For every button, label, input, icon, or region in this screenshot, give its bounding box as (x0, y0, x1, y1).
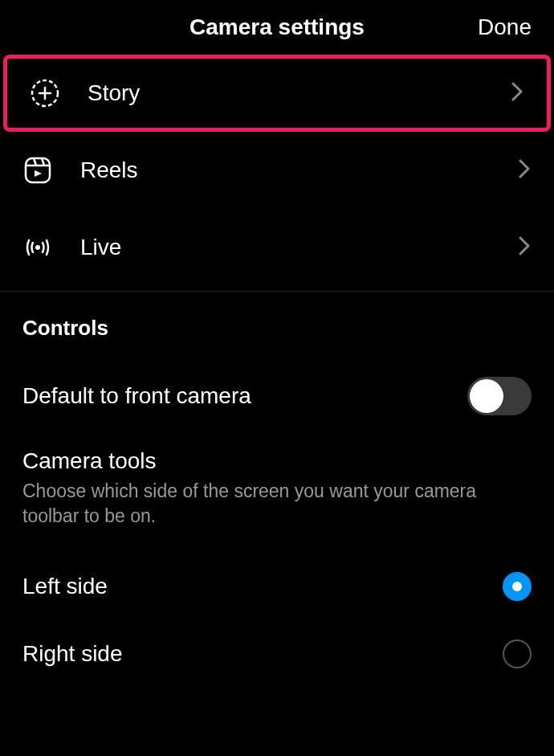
story-label: Story (88, 80, 510, 106)
live-label: Live (80, 235, 517, 260)
right-side-label: Right side (22, 641, 503, 667)
front-camera-label: Default to front camera (22, 383, 467, 409)
camera-mode-story[interactable]: Story (3, 55, 551, 132)
svg-line-6 (42, 158, 44, 166)
toolbar-side-left[interactable]: Left side (0, 553, 554, 620)
live-icon (22, 232, 53, 263)
reels-label: Reels (80, 157, 517, 183)
page-title: Camera settings (189, 14, 365, 40)
front-camera-toggle[interactable] (467, 377, 532, 415)
camera-tools-title: Camera tools (22, 448, 532, 474)
camera-mode-live[interactable]: Live (0, 209, 554, 286)
radio-button-unselected (503, 640, 532, 668)
camera-mode-reels[interactable]: Reels (0, 132, 554, 209)
controls-section-header: Controls (0, 292, 554, 360)
toolbar-side-right[interactable]: Right side (0, 620, 554, 688)
camera-tools-section: Camera tools Choose which side of the sc… (0, 432, 554, 553)
camera-tools-description: Choose which side of the screen you want… (22, 479, 532, 529)
reels-icon (22, 155, 53, 186)
chevron-right-icon (517, 235, 532, 260)
front-camera-row: Default to front camera (0, 360, 554, 432)
chevron-right-icon (517, 157, 532, 183)
svg-rect-3 (26, 158, 50, 182)
radio-dot (512, 582, 522, 591)
radio-button-selected (503, 572, 532, 601)
toggle-knob (470, 379, 503, 413)
chevron-right-icon (510, 80, 524, 106)
left-side-label: Left side (22, 574, 503, 599)
camera-modes-list: Story Reels (0, 55, 554, 286)
header: Camera settings Done (0, 0, 554, 55)
done-button[interactable]: Done (478, 14, 532, 40)
svg-line-5 (34, 158, 36, 166)
story-icon (30, 78, 60, 108)
svg-point-7 (35, 245, 40, 250)
